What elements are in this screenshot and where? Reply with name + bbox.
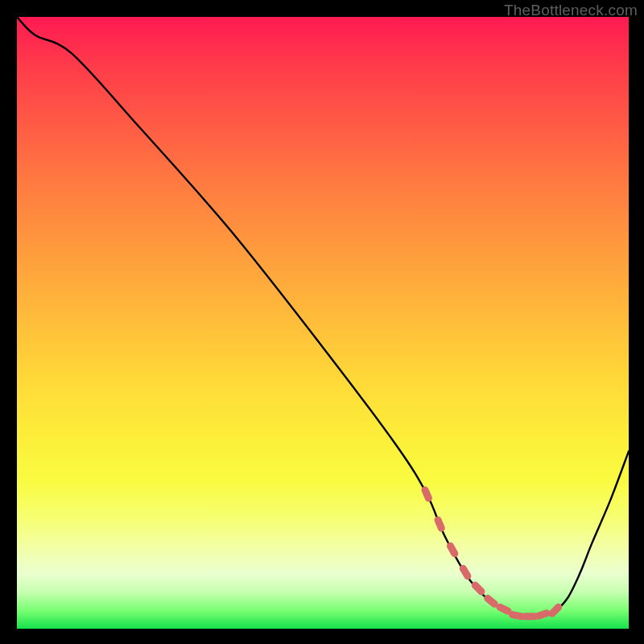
svg-line-4 (475, 585, 481, 592)
svg-line-3 (463, 568, 468, 576)
highlight-dashes (425, 490, 559, 617)
svg-line-1 (438, 520, 441, 528)
bottleneck-curve (17, 17, 629, 617)
svg-line-5 (488, 598, 495, 604)
plot-area (17, 17, 629, 629)
curve-layer (17, 17, 629, 629)
svg-line-6 (500, 607, 508, 611)
svg-line-0 (425, 490, 428, 498)
svg-line-9 (539, 613, 547, 617)
svg-line-2 (450, 546, 454, 554)
svg-line-7 (513, 615, 522, 617)
chart-stage: TheBottleneck.com (0, 0, 644, 644)
svg-line-10 (552, 607, 559, 613)
